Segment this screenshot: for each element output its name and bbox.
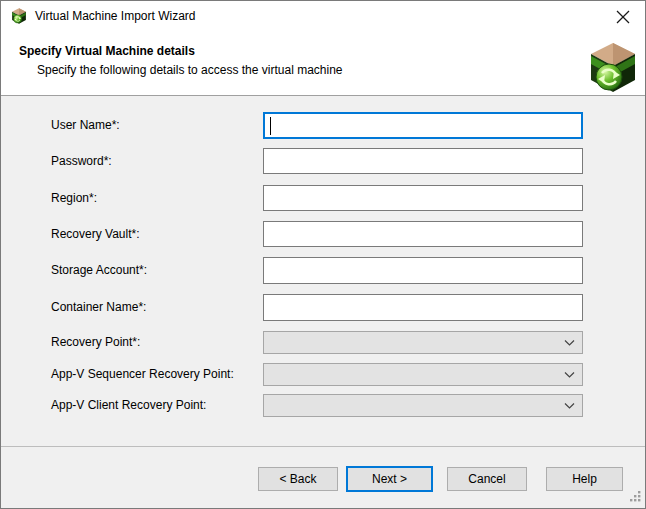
appv-sequencer-recovery-point-dropdown[interactable] — [263, 363, 583, 386]
cancel-button[interactable]: Cancel — [447, 467, 527, 491]
region-label: Region*: — [51, 191, 97, 205]
titlebar: Virtual Machine Import Wizard — [1, 1, 645, 32]
storage-account-label: Storage Account*: — [51, 263, 147, 277]
container-name-label: Container Name*: — [51, 300, 146, 314]
help-button[interactable]: Help — [546, 467, 623, 491]
resize-grip-icon[interactable] — [629, 490, 641, 502]
container-name-input[interactable] — [263, 294, 583, 321]
window-title: Virtual Machine Import Wizard — [35, 9, 196, 23]
vm-import-box-icon — [590, 42, 636, 93]
recovery-vault-label: Recovery Vault*: — [51, 227, 139, 241]
vm-import-box-icon — [11, 8, 27, 24]
chevron-down-icon — [564, 371, 575, 378]
page-subtitle: Specify the following details to access … — [37, 63, 343, 77]
page-title: Specify Virtual Machine details — [19, 44, 195, 58]
password-input[interactable] — [263, 148, 583, 174]
next-button[interactable]: Next > — [346, 466, 433, 492]
user-name-input[interactable] — [263, 112, 583, 139]
password-label: Password*: — [51, 154, 112, 168]
recovery-point-dropdown[interactable] — [263, 331, 583, 354]
dialog-window: Virtual Machine Import Wizard Specify Vi… — [0, 0, 646, 509]
user-name-label: User Name*: — [51, 118, 120, 132]
appv-sequencer-recovery-point-label: App-V Sequencer Recovery Point: — [51, 367, 234, 381]
appv-client-recovery-point-dropdown[interactable] — [263, 394, 583, 417]
close-icon — [616, 10, 630, 24]
storage-account-input[interactable] — [263, 257, 583, 284]
recovery-vault-input[interactable] — [263, 221, 583, 247]
text-caret — [270, 117, 271, 135]
chevron-down-icon — [564, 339, 575, 346]
footer-separator — [1, 446, 645, 447]
appv-client-recovery-point-label: App-V Client Recovery Point: — [51, 398, 206, 412]
back-button[interactable]: < Back — [258, 467, 338, 491]
chevron-down-icon — [564, 402, 575, 409]
recovery-point-label: Recovery Point*: — [51, 335, 140, 349]
close-button[interactable] — [600, 1, 645, 32]
wizard-header: Specify Virtual Machine details Specify … — [1, 32, 645, 96]
region-input[interactable] — [263, 185, 583, 211]
